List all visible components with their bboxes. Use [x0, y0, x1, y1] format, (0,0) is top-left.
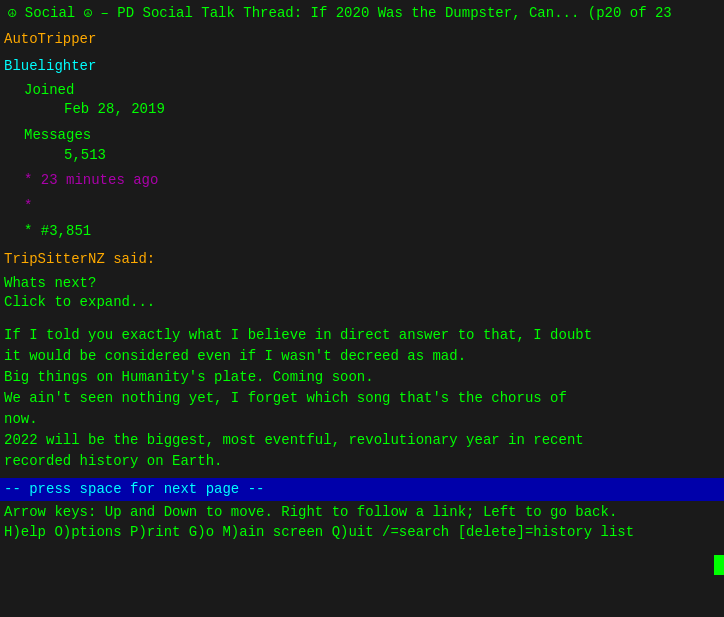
star-separator: *	[24, 197, 720, 217]
help-line1: Arrow keys: Up and Down to move. Right t…	[4, 503, 720, 523]
click-to-expand[interactable]: Click to expand...	[4, 293, 720, 313]
post-body: If I told you exactly what I believe in …	[4, 325, 720, 472]
help-bar: Arrow keys: Up and Down to move. Right t…	[0, 501, 724, 544]
timestamp: * 23 minutes ago	[24, 171, 720, 191]
joined-date: Feb 28, 2019	[24, 100, 720, 120]
post-number: * #3,851	[24, 222, 720, 242]
messages-count: 5,513	[24, 146, 720, 166]
status-bar[interactable]: -- press space for next page --	[0, 478, 724, 502]
body-line7: recorded history on Earth.	[4, 451, 720, 472]
scrollbar[interactable]	[714, 555, 724, 575]
joined-label: Joined	[24, 81, 720, 101]
status-text: -- press space for next page --	[4, 481, 264, 497]
title-bar: ☮ Social ☮ – PD Social Talk Thread: If 2…	[4, 2, 720, 26]
title-text: ☮ Social ☮ – PD Social Talk Thread: If 2…	[8, 5, 672, 21]
author1-username[interactable]: AutoTripper	[4, 30, 720, 50]
user-info-block: Joined Feb 28, 2019 Messages 5,513 * 23 …	[24, 81, 720, 242]
body-line2: it would be considered even if I wasn't …	[4, 346, 720, 367]
quoted-user[interactable]: TripSitterNZ said:	[4, 250, 720, 270]
body-line4: We ain't seen nothing yet, I forget whic…	[4, 388, 720, 409]
body-line5: now.	[4, 409, 720, 430]
help-line2: H)elp O)ptions P)rint G)o M)ain screen Q…	[4, 523, 720, 543]
body-line1: If I told you exactly what I believe in …	[4, 325, 720, 346]
author2-username[interactable]: Bluelighter	[4, 57, 720, 77]
body-line6: 2022 will be the biggest, most eventful,…	[4, 430, 720, 451]
messages-label: Messages	[24, 126, 720, 146]
body-line3: Big things on Humanity's plate. Coming s…	[4, 367, 720, 388]
quote-text: Whats next? Click to expand...	[4, 274, 720, 313]
quote-whats-next: Whats next?	[4, 274, 720, 294]
